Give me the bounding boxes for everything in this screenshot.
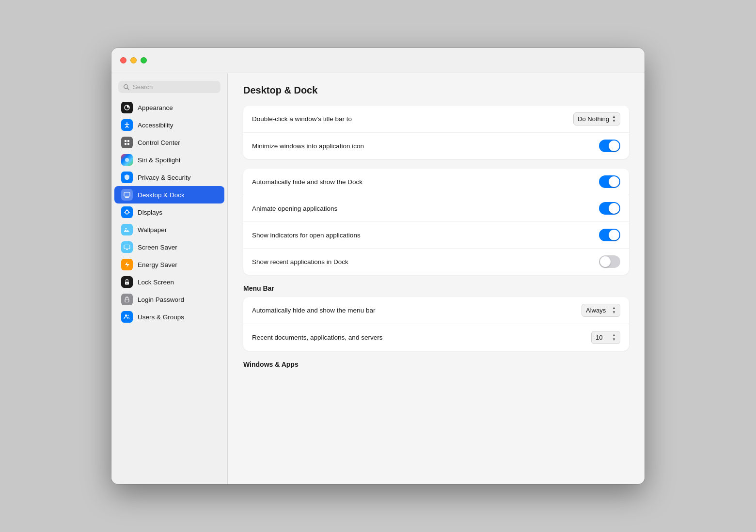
- sidebar-item-screen-saver[interactable]: Screen Saver: [114, 238, 224, 256]
- sidebar-item-control-center[interactable]: Control Center: [114, 134, 224, 151]
- double-click-value: Do Nothing: [578, 115, 609, 123]
- svg-rect-9: [124, 192, 130, 196]
- animate-opening-row: Animate opening applications: [243, 195, 629, 222]
- sidebar-label-displays: Displays: [138, 209, 162, 216]
- control-center-icon: [121, 137, 133, 148]
- desktop-dock-icon: [121, 189, 133, 201]
- toggle-knob: [600, 256, 611, 267]
- auto-hide-menu-row: Automatically hide and show the menu bar…: [243, 297, 629, 324]
- double-click-control[interactable]: Do Nothing ▲ ▼: [573, 112, 620, 125]
- content-area: Desktop & Dock Double-click a window's t…: [228, 73, 645, 484]
- sidebar-item-privacy[interactable]: Privacy & Security: [114, 169, 224, 186]
- dock-card-2: Automatically hide and show the Dock Ani…: [243, 169, 629, 275]
- minimize-button[interactable]: [130, 57, 137, 63]
- siri-icon: [121, 154, 133, 166]
- sidebar-label-accessibility: Accessibility: [138, 122, 173, 129]
- recent-docs-control[interactable]: 10 ▲ ▼: [591, 331, 620, 344]
- sidebar-label-appearance: Appearance: [138, 104, 173, 111]
- screen-saver-icon: [121, 241, 133, 253]
- auto-hide-dock-label: Automatically hide and show the Dock: [252, 178, 362, 186]
- sidebar-label-login-password: Login Password: [138, 296, 184, 303]
- sidebar-item-appearance[interactable]: Appearance: [114, 99, 224, 116]
- system-preferences-window: Appearance Accessibility: [111, 48, 645, 484]
- close-button[interactable]: [120, 57, 126, 63]
- recent-docs-row: Recent documents, applications, and serv…: [243, 324, 629, 351]
- svg-rect-7: [127, 143, 129, 145]
- double-click-row: Double-click a window's title bar to Do …: [243, 106, 629, 133]
- show-indicators-label: Show indicators for open applications: [252, 232, 361, 239]
- recent-docs-label: Recent documents, applications, and serv…: [252, 334, 382, 341]
- toggle-knob: [609, 176, 619, 187]
- sidebar-item-siri[interactable]: Siri & Spotlight: [114, 151, 224, 169]
- auto-hide-dock-toggle[interactable]: [599, 175, 620, 188]
- wallpaper-icon: [121, 224, 133, 235]
- minimize-windows-toggle[interactable]: [599, 140, 620, 152]
- double-click-dropdown[interactable]: Do Nothing ▲ ▼: [573, 112, 620, 125]
- show-indicators-control[interactable]: [599, 229, 620, 241]
- show-indicators-toggle[interactable]: [599, 229, 620, 241]
- search-wrapper[interactable]: [118, 81, 220, 93]
- svg-rect-21: [125, 299, 129, 302]
- animate-opening-toggle[interactable]: [599, 202, 620, 215]
- svg-point-20: [126, 283, 127, 284]
- svg-point-8: [125, 158, 129, 162]
- auto-hide-menu-dropdown[interactable]: Always ▲ ▼: [582, 304, 620, 317]
- sidebar-item-desktop-dock[interactable]: Desktop & Dock: [114, 186, 224, 203]
- svg-rect-10: [125, 197, 129, 198]
- traffic-lights: [120, 57, 147, 63]
- sidebar: Appearance Accessibility: [111, 73, 228, 484]
- auto-hide-menu-value: Always: [586, 307, 606, 314]
- search-container: [111, 79, 227, 99]
- toggle-knob: [609, 203, 619, 214]
- show-indicators-row: Show indicators for open applications: [243, 222, 629, 249]
- svg-rect-18: [126, 249, 128, 250]
- displays-icon: [121, 206, 133, 218]
- windows-apps-header: Windows & Apps: [243, 360, 629, 368]
- dropdown-arrows: ▲ ▼: [612, 306, 616, 314]
- page-title: Desktop & Dock: [243, 85, 629, 96]
- menu-bar-card: Automatically hide and show the menu bar…: [243, 297, 629, 351]
- lock-screen-icon: [121, 276, 133, 288]
- title-bar: [111, 48, 645, 73]
- svg-line-1: [127, 88, 129, 90]
- show-recent-control[interactable]: [599, 255, 620, 268]
- double-click-label: Double-click a window's title bar to: [252, 115, 352, 123]
- svg-rect-4: [125, 140, 126, 142]
- minimize-windows-control[interactable]: [599, 140, 620, 152]
- sidebar-label-control-center: Control Center: [138, 139, 180, 146]
- sidebar-item-energy[interactable]: Energy Saver: [114, 256, 224, 273]
- menu-bar-header: Menu Bar: [243, 284, 629, 292]
- privacy-icon: [121, 172, 133, 183]
- recent-docs-dropdown[interactable]: 10 ▲ ▼: [591, 331, 620, 344]
- dropdown-arrows: ▲ ▼: [612, 115, 616, 123]
- login-password-icon: [121, 294, 133, 305]
- toggle-knob: [609, 230, 619, 240]
- animate-opening-control[interactable]: [599, 202, 620, 215]
- svg-point-16: [126, 228, 127, 230]
- sidebar-label-siri: Siri & Spotlight: [138, 156, 181, 164]
- sidebar-item-wallpaper[interactable]: Wallpaper: [114, 221, 224, 238]
- svg-rect-17: [124, 245, 130, 249]
- search-input[interactable]: [133, 83, 216, 91]
- maximize-button[interactable]: [141, 57, 147, 63]
- svg-point-23: [127, 315, 129, 316]
- sidebar-item-users-groups[interactable]: Users & Groups: [114, 308, 224, 326]
- dropdown-arrows: ▲ ▼: [612, 333, 616, 342]
- appearance-icon: [121, 102, 133, 113]
- animate-opening-label: Animate opening applications: [252, 205, 337, 212]
- sidebar-item-accessibility[interactable]: Accessibility: [114, 116, 224, 134]
- sidebar-label-lock-screen: Lock Screen: [138, 279, 174, 286]
- sidebar-item-login-password[interactable]: Login Password: [114, 291, 224, 308]
- svg-rect-5: [127, 140, 129, 142]
- show-recent-toggle[interactable]: [599, 255, 620, 268]
- toggle-knob: [609, 141, 619, 151]
- sidebar-item-lock-screen[interactable]: Lock Screen: [114, 273, 224, 291]
- show-recent-row: Show recent applications in Dock: [243, 249, 629, 275]
- sidebar-item-displays[interactable]: Displays: [114, 203, 224, 221]
- sidebar-label-privacy: Privacy & Security: [138, 174, 191, 181]
- sidebar-label-desktop-dock: Desktop & Dock: [138, 191, 185, 199]
- sidebar-label-wallpaper: Wallpaper: [138, 226, 167, 234]
- auto-hide-dock-control[interactable]: [599, 175, 620, 188]
- auto-hide-menu-control[interactable]: Always ▲ ▼: [582, 304, 620, 317]
- sidebar-label-users-groups: Users & Groups: [138, 313, 184, 321]
